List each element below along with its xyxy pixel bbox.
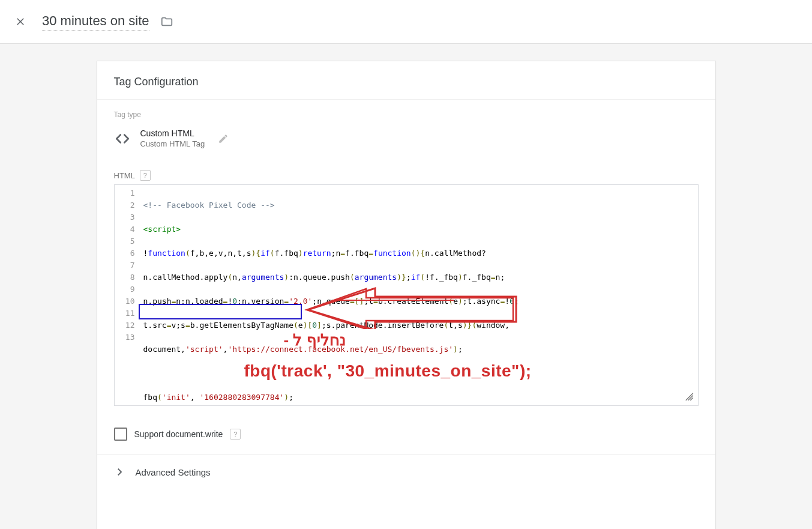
close-icon (15, 16, 26, 27)
html-field: HTML ? 1 2 3 4 5 6 7 8 9 10 (97, 170, 715, 418)
advanced-settings-label: Advanced Settings (136, 467, 211, 477)
card-title: Tag Configuration (97, 61, 715, 99)
code-content[interactable]: <!-- Facebook Pixel Code --> <script> !f… (140, 185, 698, 405)
line-gutter: 1 2 3 4 5 6 7 8 9 10 11 12 13 (115, 185, 140, 405)
advanced-settings-row[interactable]: Advanced Settings (97, 455, 715, 491)
tag-type-name: Custom HTML (140, 128, 205, 138)
tag-type-section: Tag type Custom HTML Custom HTML Tag (97, 100, 715, 166)
close-button[interactable] (13, 14, 28, 29)
tag-type-row[interactable]: Custom HTML Custom HTML Tag (114, 126, 699, 162)
support-docwrite-checkbox[interactable] (114, 428, 127, 441)
tag-config-card: Tag Configuration Tag type Custom HTML C… (97, 61, 716, 529)
code-editor[interactable]: 1 2 3 4 5 6 7 8 9 10 11 12 13 <!-- (114, 184, 699, 406)
html-label: HTML (114, 171, 135, 180)
tag-type-label: Tag type (114, 110, 699, 119)
folder-icon[interactable] (160, 15, 173, 28)
code-brackets-icon (114, 130, 131, 147)
resize-handle-icon[interactable] (684, 391, 694, 402)
stage: Tag Configuration Tag type Custom HTML C… (0, 44, 812, 529)
edit-tagtype-button[interactable] (218, 133, 229, 144)
support-docwrite-row: Support document.write ? (97, 418, 715, 454)
tag-type-subtitle: Custom HTML Tag (140, 139, 205, 148)
help-icon[interactable]: ? (140, 170, 151, 181)
chevron-right-icon (114, 467, 125, 477)
top-bar: 30 minutes on site (0, 0, 812, 44)
support-docwrite-label: Support document.write (134, 429, 223, 439)
help-icon[interactable]: ? (230, 429, 241, 440)
page-title[interactable]: 30 minutes on site (42, 13, 149, 31)
